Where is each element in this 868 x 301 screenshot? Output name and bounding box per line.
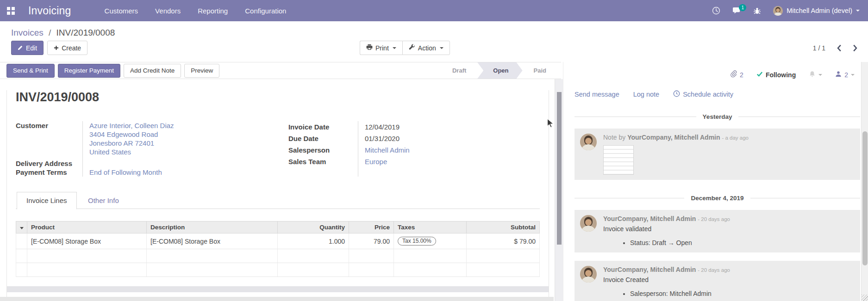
pager-next-button[interactable] xyxy=(853,44,858,52)
divider-label: Yesterday xyxy=(703,113,732,120)
avatar[interactable] xyxy=(580,134,597,150)
sales-team-value[interactable]: Europe xyxy=(365,156,540,167)
cell-price[interactable]: 79.00 xyxy=(349,233,394,249)
message-body: Invoice validated xyxy=(603,225,855,233)
salesperson-value[interactable]: Mitchell Admin xyxy=(365,144,540,156)
breadcrumb-current: INV/2019/0008 xyxy=(56,28,115,37)
col-taxes[interactable]: Taxes xyxy=(394,221,467,233)
apps-menu-icon[interactable] xyxy=(7,7,15,15)
caret-down-icon xyxy=(393,47,396,49)
preview-button[interactable]: Preview xyxy=(184,64,219,78)
table-row[interactable]: [E-COM08] Storage Box [E-COM08] Storage … xyxy=(16,233,540,249)
customer-label: Customer xyxy=(16,121,82,159)
breadcrumb-invoices[interactable]: Invoices xyxy=(11,28,44,37)
following-button[interactable]: Following xyxy=(756,71,796,79)
attachment-thumbnail[interactable] xyxy=(603,145,634,175)
tab-other-info[interactable]: Other Info xyxy=(79,192,128,209)
invoice-date-label: Invoice Date xyxy=(288,121,358,133)
tax-badge: Tax 15.00% xyxy=(398,237,436,246)
cell-description[interactable]: [E-COM08] Storage Box xyxy=(147,233,278,249)
wrench-icon xyxy=(409,44,415,52)
message-count-badge: 1 xyxy=(739,4,746,11)
send-print-button[interactable]: Send & Print xyxy=(6,64,55,78)
action-dropdown-button[interactable]: Action xyxy=(402,41,450,55)
edit-button[interactable]: Edit xyxy=(11,41,44,55)
control-panel: Invoices / INV/2019/0008 Edit Create Pri… xyxy=(0,21,868,62)
add-credit-note-button[interactable]: Add Credit Note xyxy=(124,64,181,78)
message-author[interactable]: YourCompany, Mitchell Admin xyxy=(627,134,720,141)
payment-terms-value[interactable]: End of Following Month xyxy=(89,168,282,177)
activities-clock-icon[interactable] xyxy=(712,6,720,15)
message-author[interactable]: YourCompany, Mitchell Admin xyxy=(603,215,696,222)
sales-team-label: Sales Team xyxy=(288,156,358,167)
avatar[interactable] xyxy=(580,215,597,232)
chatter-scrollbar-thumb[interactable] xyxy=(862,131,868,265)
send-message-button[interactable]: Send message xyxy=(575,90,619,98)
col-product[interactable]: Product xyxy=(27,221,147,233)
user-menu[interactable]: Mitchell Admin (devel) xyxy=(773,6,860,16)
status-paid[interactable]: Paid xyxy=(523,62,557,79)
debug-bug-icon[interactable] xyxy=(753,7,761,15)
log-note-button[interactable]: Log note xyxy=(633,90,659,98)
pencil-icon xyxy=(18,44,23,52)
divider-label: December 4, 2019 xyxy=(691,195,743,202)
menu-vendors[interactable]: Vendors xyxy=(155,7,181,15)
col-subtotal[interactable]: Subtotal xyxy=(467,221,540,233)
status-pipeline: Draft Open Paid xyxy=(441,62,557,79)
message-author[interactable]: YourCompany, Mitchell Admin xyxy=(603,266,696,273)
customer-name-link[interactable]: Azure Interior, Colleen Diaz xyxy=(89,121,282,130)
systray: 1 Mitchell Admin (devel) xyxy=(712,6,860,16)
caret-down-icon xyxy=(856,10,860,12)
invoice-title: INV/2019/0008 xyxy=(16,90,540,104)
col-quantity[interactable]: Quantity xyxy=(278,221,349,233)
table-empty-row xyxy=(16,263,540,277)
cell-quantity[interactable]: 1.000 xyxy=(278,233,349,249)
col-description[interactable]: Description xyxy=(147,221,278,233)
delivery-address-value[interactable] xyxy=(89,159,282,168)
col-price[interactable]: Price xyxy=(349,221,394,233)
status-open[interactable]: Open xyxy=(477,62,522,79)
horizontal-scrollbar[interactable] xyxy=(7,286,549,292)
followers-button[interactable]: 2 xyxy=(835,71,855,79)
messages-icon[interactable]: 1 xyxy=(732,7,741,15)
breadcrumb-separator: / xyxy=(49,28,51,37)
user-name: Mitchell Admin (devel) xyxy=(787,7,852,14)
tracking-value: Salesperson: Mitchell Admin xyxy=(630,290,855,297)
menu-configuration[interactable]: Configuration xyxy=(245,7,286,15)
table-header-row: Product Description Quantity Price Taxes… xyxy=(16,221,540,233)
top-navbar: Invoicing Customers Vendors Reporting Co… xyxy=(0,0,868,21)
cell-taxes[interactable]: Tax 15.00% xyxy=(394,233,467,249)
message-timestamp: - a day ago xyxy=(722,135,749,141)
avatar[interactable] xyxy=(580,266,597,283)
cell-subtotal[interactable]: $ 79.00 xyxy=(467,233,540,249)
note-message: Note by YourCompany, Mitchell Admin - a … xyxy=(575,129,860,180)
sort-caret-cell[interactable] xyxy=(16,221,27,233)
app-brand[interactable]: Invoicing xyxy=(28,5,71,17)
chatter-scrollbar[interactable] xyxy=(861,62,868,301)
register-payment-button[interactable]: Register Payment xyxy=(58,64,120,78)
create-button[interactable]: Create xyxy=(47,41,87,55)
print-dropdown-button[interactable]: Print xyxy=(360,41,402,55)
tab-invoice-lines[interactable]: Invoice Lines xyxy=(17,192,77,209)
notification-bell-button[interactable] xyxy=(809,71,822,79)
table-empty-row xyxy=(16,249,540,263)
menu-reporting[interactable]: Reporting xyxy=(198,7,228,15)
pager-previous-button[interactable] xyxy=(837,44,842,52)
status-draft[interactable]: Draft xyxy=(441,62,477,79)
customer-street[interactable]: 3404 Edgewood Road xyxy=(89,130,282,139)
date-divider: December 4, 2019 xyxy=(575,195,860,202)
invoice-created-message: YourCompany, Mitchell Admin - 20 days ag… xyxy=(575,261,860,301)
pager: 1 / 1 xyxy=(813,41,858,55)
pager-value: 1 / 1 xyxy=(813,44,825,52)
form-scrollbar[interactable] xyxy=(555,79,563,301)
schedule-activity-button[interactable]: Schedule activity xyxy=(673,90,733,98)
plus-icon xyxy=(54,44,59,52)
form-scrollbar-thumb[interactable] xyxy=(557,92,562,245)
attachments-button[interactable]: 2 xyxy=(730,70,743,79)
caret-down-icon xyxy=(818,74,822,76)
cell-product[interactable]: [E-COM08] Storage Box xyxy=(27,233,147,249)
clock-icon xyxy=(673,90,680,98)
customer-country[interactable]: United States xyxy=(89,147,282,156)
menu-customers[interactable]: Customers xyxy=(105,7,138,15)
customer-city[interactable]: Jonesboro AR 72401 xyxy=(89,139,282,147)
